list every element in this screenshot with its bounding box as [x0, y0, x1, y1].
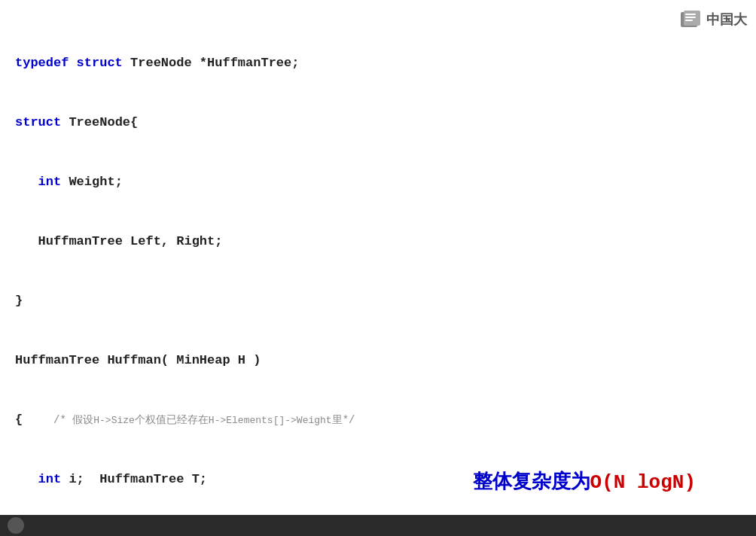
- complexity-prefix: 整体复杂度为: [473, 471, 590, 494]
- line-7: { /* 假设H->Size个权值已经存在H->Elements[]->Weig…: [15, 410, 741, 430]
- complexity-label: 整体复杂度为O(N logN): [473, 468, 696, 495]
- svg-rect-3: [685, 17, 696, 18]
- bottom-icon: [8, 517, 24, 534]
- book-icon: [679, 9, 703, 30]
- line-3: int Weight;: [15, 172, 741, 192]
- bottom-bar: [0, 515, 756, 536]
- line-5: }: [15, 291, 741, 311]
- svg-rect-2: [685, 14, 696, 15]
- line-4: HuffmanTree Left, Right;: [15, 232, 741, 251]
- svg-rect-4: [685, 20, 693, 21]
- watermark-text: 中国大: [706, 11, 747, 29]
- complexity-value: O(N logN): [590, 471, 696, 494]
- line-6: HuffmanTree Huffman( MinHeap H ): [15, 351, 741, 370]
- code-container: 中国大 typedef struct TreeNode *HuffmanTree…: [0, 0, 756, 536]
- line-1: typedef struct TreeNode *HuffmanTree;: [15, 53, 741, 73]
- watermark: 中国大: [679, 9, 747, 30]
- line-2: struct TreeNode{: [15, 113, 741, 132]
- code-block: typedef struct TreeNode *HuffmanTree; st…: [15, 14, 741, 536]
